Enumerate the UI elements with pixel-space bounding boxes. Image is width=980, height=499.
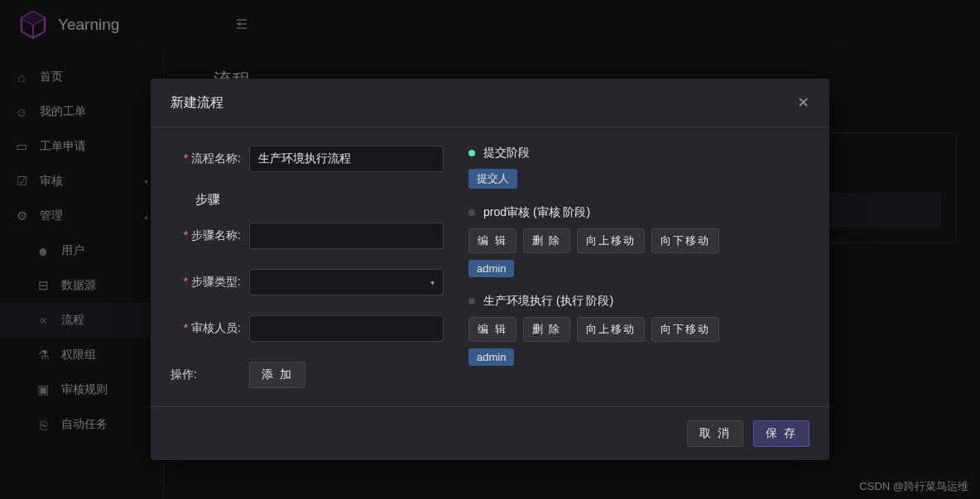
stage-title: 生产环境执行 (执行 阶段): [483, 294, 613, 309]
new-flow-modal: 新建流程 ✕ *流程名称: 步骤 *步骤名称: *步骤类型: ▾: [151, 79, 829, 460]
edit-button[interactable]: 编 辑: [468, 228, 516, 253]
step-name-label: *步骤名称:: [171, 228, 241, 243]
flow-name-input[interactable]: [249, 146, 444, 172]
move-down-button[interactable]: 向下移动: [651, 228, 719, 253]
move-up-button[interactable]: 向上移动: [577, 228, 645, 253]
edit-button[interactable]: 编 辑: [468, 317, 516, 342]
modal-title: 新建流程: [171, 94, 223, 112]
stage-block: prod审核 (审核 阶段)编 辑删 除向上移动向下移动admin: [468, 205, 809, 277]
save-button[interactable]: 保 存: [753, 420, 809, 447]
stages-panel: 提交阶段提交人prod审核 (审核 阶段)编 辑删 除向上移动向下移动admin…: [468, 146, 809, 388]
modal-overlay: 新建流程 ✕ *流程名称: 步骤 *步骤名称: *步骤类型: ▾: [0, 0, 980, 499]
step-section-title: 步骤: [195, 192, 444, 208]
stage-tag: admin: [468, 260, 514, 277]
step-type-select[interactable]: ▾: [249, 269, 444, 295]
flow-name-label: *流程名称:: [171, 151, 241, 166]
stage-title: 提交阶段: [483, 146, 530, 161]
move-down-button[interactable]: 向下移动: [651, 317, 719, 342]
stage-dot-icon: [468, 150, 475, 156]
stage-dot-icon: [468, 298, 475, 305]
stage-block: 生产环境执行 (执行 阶段)编 辑删 除向上移动向下移动admin: [468, 294, 809, 366]
delete-button[interactable]: 删 除: [523, 228, 571, 253]
move-up-button[interactable]: 向上移动: [577, 317, 645, 342]
auditor-label: *审核人员:: [171, 321, 241, 336]
stage-dot-icon: [468, 209, 475, 216]
operation-label: 操作:: [171, 367, 241, 382]
cancel-button[interactable]: 取 消: [687, 420, 743, 447]
stage-title: prod审核 (审核 阶段): [483, 205, 590, 220]
chevron-down-icon: ▾: [430, 278, 435, 287]
watermark-text: CSDN @跨行菜鸟运维: [859, 479, 968, 494]
add-step-button[interactable]: 添 加: [249, 362, 305, 388]
close-icon[interactable]: ✕: [797, 94, 809, 112]
auditor-input[interactable]: [249, 315, 444, 342]
step-name-input[interactable]: [249, 223, 444, 249]
stage-tag: 提交人: [468, 169, 517, 189]
step-type-label: *步骤类型:: [171, 275, 241, 290]
stage-block: 提交阶段提交人: [468, 146, 809, 189]
delete-button[interactable]: 删 除: [523, 317, 571, 342]
stage-tag: admin: [468, 348, 514, 366]
